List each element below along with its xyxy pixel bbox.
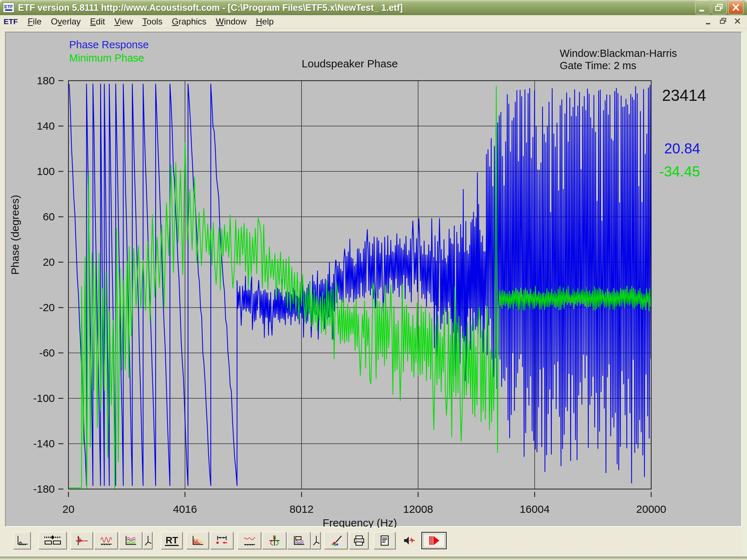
menu-window[interactable]: Window: [211, 16, 251, 27]
y-tick-label: 140: [37, 120, 55, 132]
window-right-border: [743, 32, 747, 556]
impulse-response-icon: [75, 535, 88, 546]
toolbar-button-rt60[interactable]: RT: [161, 532, 183, 549]
mdi-close-icon[interactable]: [733, 17, 742, 26]
toolbar-button-waterfall[interactable]: [119, 532, 142, 549]
legend-phase-response: Phase Response: [69, 39, 149, 51]
toolbar-button-smoothed-response[interactable]: [238, 532, 261, 549]
toolbar-button-measure[interactable]: [421, 532, 447, 549]
phase-response-readout: 20.84: [664, 140, 700, 157]
phase-cycles-icon: [268, 535, 281, 546]
window-function-label: Window:Blackman-Harris: [560, 48, 677, 59]
toolbar-button-waterfall-zoom[interactable]: [287, 532, 310, 549]
frequency-response-icon: [100, 535, 113, 546]
rt-label: RT: [165, 536, 179, 546]
y-tick-label: -140: [33, 438, 55, 449]
y-tick-label: 60: [43, 211, 55, 223]
cursor-frequency-readout: 23414: [662, 86, 706, 104]
toolbar-button-energy-time-curve[interactable]: [187, 532, 209, 549]
restore-button[interactable]: [712, 1, 727, 14]
speaker-waveform-icon: [403, 535, 416, 546]
toolbar-button-phase[interactable]: [262, 532, 286, 549]
document-icon: [378, 535, 391, 546]
bottom-toolbar: RT: [0, 528, 747, 556]
toolbar-button-corner-axis-b[interactable]: [311, 532, 321, 549]
toolbar-button-gate-span[interactable]: [210, 532, 233, 549]
toolbar-button-graph-setup[interactable]: [13, 532, 31, 549]
color-brush-icon: [330, 535, 343, 546]
app-icon-underline: [5, 9, 12, 11]
x-tick-label: 4016: [173, 503, 197, 515]
window-title: ETF version 5.8111 http://www.Acoustisof…: [18, 3, 695, 13]
toolbar-button-corner-axis-a[interactable]: [143, 532, 152, 549]
gate-time-label: Gate Time: 2 ms: [560, 60, 636, 72]
minimize-icon: [697, 2, 708, 13]
toolbar-button-frequency-response[interactable]: [94, 532, 118, 549]
toolbar-button-speaker-measure[interactable]: [400, 532, 419, 549]
focus-outline: [423, 534, 445, 547]
y-tick-label: -60: [39, 347, 55, 359]
menu-file[interactable]: File: [23, 16, 46, 27]
toolbar-button-impulse-response[interactable]: [71, 532, 93, 549]
display-layout-icon: [43, 535, 63, 546]
y-axis-ticks: 180 140 100 60 20 -20 -60 -100 -140 -180: [33, 75, 55, 495]
graph-axes-icon: [15, 535, 28, 546]
mdi-minimize-icon[interactable]: [704, 17, 713, 26]
x-tick-label: 20000: [636, 503, 666, 515]
y-tick-label: -100: [33, 392, 55, 404]
title-bar: ETF ETF version 5.8111 http://www.Acoust…: [0, 0, 747, 15]
corner-axis-icon: [144, 535, 152, 546]
mdi-restore-icon[interactable]: [719, 17, 728, 26]
energy-decay-icon: [191, 535, 204, 546]
x-tick-label: 20: [62, 503, 74, 515]
x-tick-label: 8012: [290, 503, 314, 515]
toolbar-button-notes[interactable]: [374, 532, 395, 549]
corner-axis-icon: [312, 535, 320, 546]
smoothed-response-icon: [243, 535, 256, 546]
menu-tools[interactable]: Tools: [138, 16, 167, 27]
minimize-button[interactable]: [695, 1, 710, 14]
menu-graphics[interactable]: Graphics: [167, 16, 211, 27]
menu-overlay[interactable]: Overlay: [46, 16, 85, 27]
printer-icon: [353, 535, 366, 546]
toolbar-button-color-settings[interactable]: [324, 532, 348, 549]
legend-minimum-phase: Minimum Phase: [69, 52, 144, 64]
y-tick-label: 20: [43, 256, 55, 268]
y-tick-label: 180: [37, 75, 55, 86]
chart-title: Loudspeaker Phase: [302, 58, 398, 70]
toolbar-button-display-layout[interactable]: [39, 532, 67, 549]
y-tick-label: -20: [39, 301, 55, 313]
close-button[interactable]: [728, 1, 743, 14]
y-axis-title: Phase (degrees): [9, 195, 21, 275]
window-bottom-border: [0, 556, 747, 560]
minimum-phase-readout: -34.45: [659, 163, 700, 180]
menu-view[interactable]: View: [109, 16, 138, 27]
gate-span-icon: [215, 535, 228, 546]
y-tick-label: -180: [33, 483, 55, 495]
mdi-system-icon[interactable]: ETF: [4, 17, 18, 26]
y-tick-label: 100: [37, 165, 55, 177]
x-axis-ticks: 20 4016 8012 12008 16004 20000: [62, 503, 666, 515]
toolbar-button-print[interactable]: [349, 532, 368, 549]
menu-edit[interactable]: Edit: [85, 16, 109, 27]
x-axis-title: Frequency (Hz): [323, 517, 397, 528]
chart-panel: 180 140 100 60 20 -20 -60 -100 -140 -180…: [5, 32, 742, 527]
close-icon: [730, 2, 742, 13]
waterfall-icon: [124, 535, 137, 546]
phase-plot[interactable]: 180 140 100 60 20 -20 -60 -100 -140 -180…: [6, 32, 743, 528]
menu-help[interactable]: Help: [251, 16, 278, 27]
app-icon[interactable]: ETF: [3, 3, 14, 13]
x-tick-label: 12008: [403, 503, 433, 515]
app-icon-label: ETF: [4, 5, 13, 9]
restore-icon: [714, 2, 725, 13]
x-tick-label: 16004: [520, 503, 550, 515]
phase-response-trace: [69, 84, 651, 485]
waterfall-zoom-icon: [292, 535, 305, 546]
menu-bar: ETF File Overlay Edit View Tools Graphic…: [0, 15, 747, 28]
